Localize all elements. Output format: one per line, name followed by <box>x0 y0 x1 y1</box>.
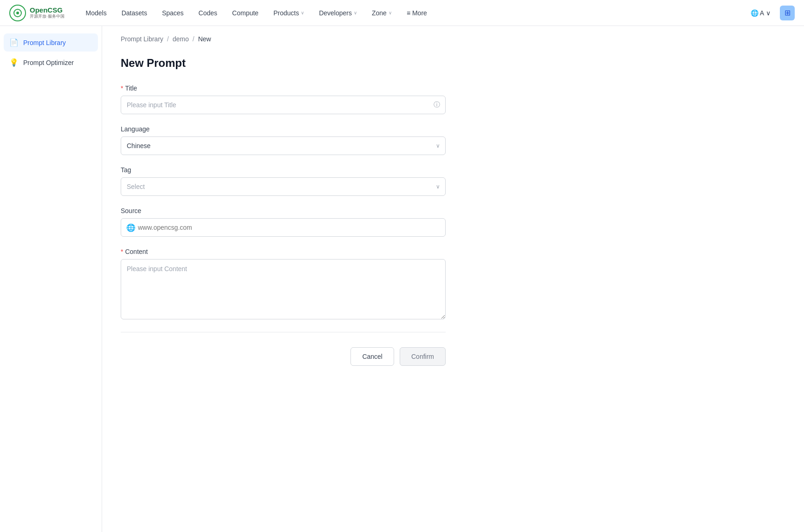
logo-icon <box>9 5 26 21</box>
language-group: Language Chinese English Japanese Korean… <box>121 125 446 155</box>
sidebar-item-prompt-optimizer-label: Prompt Optimizer <box>23 59 74 66</box>
nav-spaces[interactable]: Spaces <box>156 6 190 20</box>
brand-name: OpenCSG <box>30 6 65 14</box>
title-input-wrapper: ⓘ <box>121 96 446 114</box>
nav-right: 🌐 A ∨ ⊞ <box>747 6 795 20</box>
nav-datasets[interactable]: Datasets <box>115 6 154 20</box>
sidebar-item-prompt-library-label: Prompt Library <box>23 39 66 46</box>
language-select-wrapper: Chinese English Japanese Korean ∨ <box>121 136 446 155</box>
nav-compute[interactable]: Compute <box>226 6 265 20</box>
breadcrumb-prompt-library[interactable]: Prompt Library <box>121 35 163 43</box>
nav-more[interactable]: ≡ More <box>400 6 434 20</box>
content-label: * Content <box>121 248 446 255</box>
source-input-wrapper: 🌐 <box>121 218 446 237</box>
cancel-button[interactable]: Cancel <box>350 347 394 366</box>
confirm-button[interactable]: Confirm <box>400 347 446 366</box>
nav-codes[interactable]: Codes <box>192 6 224 20</box>
nav-zone[interactable]: Zone ∨ <box>365 6 398 20</box>
navbar: OpenCSG 开源开放·服务中国 Models Datasets Spaces… <box>0 0 804 26</box>
brand-sub: 开源开放·服务中国 <box>30 14 65 19</box>
form-actions: Cancel Confirm <box>121 344 446 366</box>
products-chevron-icon: ∨ <box>301 10 304 15</box>
sidebar-item-prompt-optimizer[interactable]: 💡 Prompt Optimizer <box>4 53 98 71</box>
tag-select-wrapper: Select ∨ <box>121 177 446 196</box>
breadcrumb: Prompt Library / demo / New <box>102 26 804 47</box>
nav-products[interactable]: Products ∨ <box>267 6 311 20</box>
prompt-optimizer-icon: 💡 <box>9 58 19 67</box>
sidebar-item-prompt-library[interactable]: 📄 Prompt Library <box>4 33 98 52</box>
content-textarea[interactable] <box>121 259 446 319</box>
logo[interactable]: OpenCSG 开源开放·服务中国 <box>9 5 65 21</box>
language-select[interactable]: Chinese English Japanese Korean <box>121 136 446 155</box>
layout: 📄 Prompt Library 💡 Prompt Optimizer Prom… <box>0 26 804 532</box>
page-title: New Prompt <box>121 57 785 70</box>
title-input[interactable] <box>121 96 446 114</box>
new-prompt-form: * Title ⓘ Language Chinese <box>121 84 446 366</box>
nav-models[interactable]: Models <box>79 6 113 20</box>
title-group: * Title ⓘ <box>121 84 446 114</box>
language-label: Language <box>121 125 446 133</box>
tag-group: Tag Select ∨ <box>121 166 446 196</box>
title-label: * Title <box>121 84 446 92</box>
developers-chevron-icon: ∨ <box>354 10 357 15</box>
language-switcher[interactable]: 🌐 A ∨ <box>747 6 774 19</box>
user-avatar[interactable]: ⊞ <box>780 6 795 20</box>
form-divider <box>121 332 446 332</box>
breadcrumb-sep-1: / <box>167 35 169 43</box>
lang-chevron-icon: ∨ <box>766 9 771 17</box>
prompt-library-icon: 📄 <box>9 38 19 47</box>
breadcrumb-new: New <box>198 35 211 43</box>
content-area: New Prompt * Title ⓘ Language <box>102 47 804 384</box>
zone-chevron-icon: ∨ <box>389 10 392 15</box>
source-group: Source 🌐 <box>121 207 446 237</box>
content-group: * Content <box>121 248 446 321</box>
source-label: Source <box>121 207 446 214</box>
tag-label: Tag <box>121 166 446 174</box>
sidebar: 📄 Prompt Library 💡 Prompt Optimizer <box>0 26 102 532</box>
nav-items: Models Datasets Spaces Codes Compute Pro… <box>79 6 747 20</box>
main-content: Prompt Library / demo / New New Prompt *… <box>102 26 804 532</box>
breadcrumb-demo[interactable]: demo <box>173 35 189 43</box>
tag-select[interactable]: Select <box>121 177 446 196</box>
source-input[interactable] <box>121 218 446 237</box>
breadcrumb-sep-2: / <box>193 35 195 43</box>
nav-developers[interactable]: Developers ∨ <box>312 6 363 20</box>
globe-icon: 🌐 <box>126 223 136 232</box>
